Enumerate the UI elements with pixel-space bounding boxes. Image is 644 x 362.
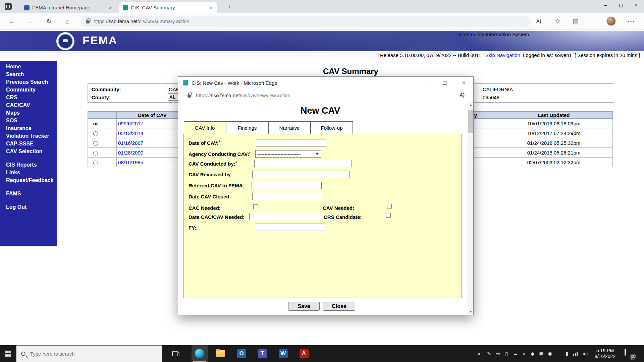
dialog-scrollbar[interactable]: ▲ ▼ xyxy=(468,102,473,315)
browser-tab-cav-summary[interactable]: CIS: CAV Summary × xyxy=(119,2,217,13)
cav-date-link[interactable]: 01/28/2000 xyxy=(118,150,143,156)
favorites-icon[interactable]: ☆ xyxy=(553,17,562,25)
location-tray-icon[interactable]: ◉ xyxy=(546,345,554,362)
tab-findings[interactable]: Findings xyxy=(226,121,268,134)
sidebar-item-home[interactable]: Home xyxy=(0,63,57,71)
forward-icon[interactable]: → xyxy=(25,17,34,25)
read-aloud-icon[interactable]: A) xyxy=(534,17,543,25)
date-cav-closed-input[interactable] xyxy=(252,193,322,200)
action-center-button[interactable]: 33 xyxy=(625,349,633,358)
read-aloud-icon[interactable]: A) xyxy=(460,92,465,98)
row-select-radio[interactable] xyxy=(93,161,98,165)
search-input[interactable] xyxy=(30,351,140,357)
sidebar-item-cis-reports[interactable]: CIS Reports xyxy=(0,161,57,169)
row-select-radio[interactable] xyxy=(93,131,98,136)
tab-cav-info[interactable]: CAV Info xyxy=(184,121,226,134)
phone-tray-icon[interactable]: ▯ xyxy=(502,345,511,362)
apps-tray-icon[interactable]: ▣ xyxy=(537,345,545,362)
cav-conducted-by-input[interactable] xyxy=(254,160,352,167)
tab-layout-icon[interactable] xyxy=(5,3,12,10)
onedrive-tray-icon[interactable]: ☁ xyxy=(511,345,519,362)
back-icon[interactable]: ← xyxy=(7,17,17,25)
address-bar[interactable]: https://sso.fema.net/cis/cavsummary.acti… xyxy=(80,16,531,27)
cav-reviewed-by-input[interactable] xyxy=(252,171,350,178)
crs-candidate-checkbox[interactable] xyxy=(386,213,391,218)
window-minimize-button[interactable]: – xyxy=(598,0,613,11)
volume-icon[interactable]: ◄) xyxy=(580,345,589,362)
taskbar-app-outlook[interactable]: O xyxy=(233,345,250,362)
cav-date-link[interactable]: 05/13/2014 xyxy=(118,130,143,136)
dialog-titlebar[interactable]: CIS: New Cav - Work - Microsoft Edge – × xyxy=(178,77,473,89)
row-select-radio[interactable] xyxy=(93,151,98,156)
taskbar-search-box[interactable] xyxy=(16,345,162,362)
date-of-cav-input[interactable] xyxy=(256,139,326,146)
sidebar-item-request-feedback[interactable]: Request/Feedback xyxy=(0,177,57,184)
dialog-address-bar[interactable]: https://sso.fema.net/cis/cavnewview.acti… xyxy=(178,89,473,102)
network-icon[interactable] xyxy=(572,345,580,362)
row-select-radio[interactable] xyxy=(93,122,98,126)
display-tray-icon[interactable]: ▭ xyxy=(494,345,502,362)
referred-cav-to-fema-label: Referred CAV to FEMA: xyxy=(189,183,244,188)
sidebar-item-community[interactable]: Community xyxy=(0,86,57,94)
taskbar-app-acrobat[interactable]: A xyxy=(296,345,312,362)
dialog-maximize-button[interactable] xyxy=(437,77,452,89)
sidebar-item-insurance[interactable]: Insurance xyxy=(0,125,57,132)
cav-date-link[interactable]: 08/10/1995 xyxy=(118,160,143,165)
start-button[interactable] xyxy=(0,345,16,362)
sidebar-item-cap-ssse[interactable]: CAP-SSSE xyxy=(0,140,57,148)
referred-cav-to-fema-input[interactable] xyxy=(252,182,322,189)
cav-date-link[interactable]: 09/26/2017 xyxy=(118,121,143,126)
browser-tab-fema-intranet[interactable]: FEMA Intranet Homepage × xyxy=(21,2,117,13)
taskbar-app-word[interactable]: W xyxy=(275,345,291,362)
profile-avatar[interactable] xyxy=(606,16,616,26)
scrollbar-thumb[interactable] xyxy=(468,110,473,133)
date-cac-cav-needed-input[interactable] xyxy=(249,213,321,220)
close-button[interactable]: Close xyxy=(323,302,355,311)
refresh-icon[interactable]: ↻ xyxy=(44,17,54,25)
sidebar-item-links[interactable]: Links xyxy=(0,169,57,177)
sidebar-item-maps[interactable]: Maps xyxy=(0,109,57,117)
new-tab-button[interactable]: + xyxy=(225,3,234,11)
save-button[interactable]: Save xyxy=(288,302,320,311)
sidebar-item-previous-search[interactable]: Previous Search xyxy=(0,78,57,86)
battery-icon[interactable]: ▮ xyxy=(563,345,571,362)
sidebar-item-log-out[interactable]: Log Out xyxy=(0,203,57,211)
dialog-close-button[interactable]: × xyxy=(457,77,471,89)
tab-narrative[interactable]: Narrative xyxy=(268,121,311,134)
scroll-down-icon[interactable]: ▼ xyxy=(468,309,474,315)
window-maximize-button[interactable] xyxy=(613,0,629,11)
hidden-icons-chevron[interactable]: ∧ xyxy=(475,345,483,362)
settings-menu-icon[interactable]: ··· xyxy=(627,17,636,25)
fy-input[interactable] xyxy=(255,224,325,231)
row-select-radio[interactable] xyxy=(93,141,98,146)
taskbar-app-teams[interactable]: T xyxy=(254,345,270,362)
sidebar-item-cav-selection[interactable]: CAV Selection xyxy=(0,148,57,156)
window-close-button[interactable]: × xyxy=(629,0,644,11)
home-icon[interactable]: ⌂ xyxy=(63,17,72,25)
sidebar-item-cac-cav[interactable]: CAC/CAV xyxy=(0,102,57,109)
sidebar-item-violation-tracker[interactable]: Violation Tracker xyxy=(0,132,57,140)
cav-needed-checkbox[interactable] xyxy=(387,204,392,208)
sidebar-item-sos[interactable]: SOS xyxy=(0,117,57,125)
sidebar-item-search[interactable]: Search xyxy=(0,71,57,78)
tab-close-icon[interactable]: × xyxy=(107,5,113,10)
teams-tray-icon[interactable]: ● xyxy=(520,345,528,362)
cac-needed-checkbox[interactable] xyxy=(253,204,258,209)
agency-conducting-cav-select[interactable]: ------------------------------ xyxy=(255,150,321,158)
collections-icon[interactable]: ▤ xyxy=(571,17,580,25)
tab-follow-up[interactable]: Follow-up xyxy=(311,121,353,134)
sidebar-item-crs[interactable]: CRS xyxy=(0,94,57,102)
security-shield-tray-icon[interactable]: ◆ xyxy=(529,345,537,362)
task-view-button[interactable] xyxy=(167,345,183,362)
skip-navigation-link[interactable]: Skip Navigation xyxy=(485,52,520,58)
cav-date-link[interactable]: 01/16/2007 xyxy=(118,140,143,146)
tab-close-icon[interactable]: × xyxy=(208,5,214,10)
dialog-minimize-button[interactable]: – xyxy=(418,77,432,89)
scroll-up-icon[interactable]: ▲ xyxy=(468,102,474,108)
taskbar-app-edge[interactable] xyxy=(192,345,208,362)
header-last-updated: Last Updated xyxy=(495,112,613,119)
sidebar-item-fams[interactable]: FAMS xyxy=(0,190,57,198)
taskbar-clock[interactable]: 5:19 PM 8/16/2022 xyxy=(589,348,621,359)
pen-tray-icon[interactable]: ✎ xyxy=(485,345,493,362)
taskbar-app-file-explorer[interactable] xyxy=(212,345,228,362)
